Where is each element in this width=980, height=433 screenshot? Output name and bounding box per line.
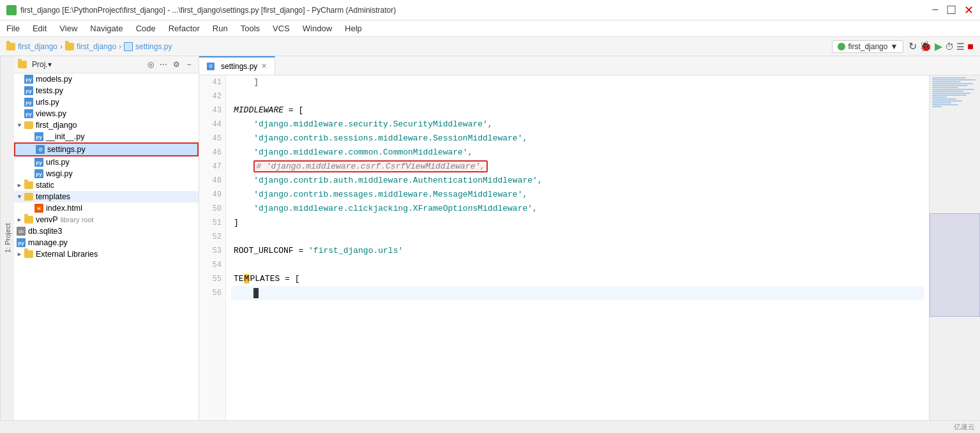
tree-item-settings-py[interactable]: ⚙ settings.py xyxy=(14,142,199,156)
tab-file-icon: ⚙ xyxy=(207,63,215,70)
menu-tools[interactable]: Tools xyxy=(234,22,266,34)
folder-icon-3 xyxy=(24,250,33,258)
tree-item-tests-py[interactable]: py tests.py xyxy=(14,85,199,96)
profile-icon[interactable]: ⏱ xyxy=(945,42,954,52)
code-content[interactable]: ​ ] MIDDLEWARE = [ 'django.middleware.se… xyxy=(226,75,929,420)
file-tree-header: Proj.▾ ◎ ⋯ ⚙ − xyxy=(14,56,199,73)
bc-item-1[interactable]: first_django xyxy=(18,42,57,51)
title-bar: first_django [E:\PythonProject\first_dja… xyxy=(0,0,980,20)
folder-icon xyxy=(24,181,33,189)
code-line-52 xyxy=(231,230,924,244)
py-icon: py xyxy=(17,238,26,247)
code-line-51: ] xyxy=(231,216,924,230)
tree-item-templates-folder[interactable]: ▼ templates xyxy=(14,191,199,202)
code-line-55: TEMPLATES = [ xyxy=(231,272,924,286)
close-button[interactable]: ✕ xyxy=(964,3,974,17)
minimap[interactable] xyxy=(929,75,980,420)
watermark-text: 亿速云 xyxy=(954,422,975,432)
tree-item-static-folder[interactable]: ► static xyxy=(14,179,199,191)
tree-item-db-sqlite3[interactable]: db db.sqlite3 xyxy=(14,225,199,237)
menu-bar: File Edit View Navigate Code Refactor Ru… xyxy=(0,20,980,37)
maximize-button[interactable]: ☐ xyxy=(946,3,956,17)
menu-file[interactable]: File xyxy=(0,22,26,34)
menu-refactor[interactable]: Refactor xyxy=(162,22,206,34)
code-line-48: 'django.contrib.auth.middleware.Authenti… xyxy=(231,174,924,188)
run-config[interactable]: first_django ▼ ↻ 🐞 ▶ ⏱ ☰ ■ xyxy=(832,40,974,53)
line-numbers: 41 42 43 44 45 46 47 48 49 50 51 52 53 5… xyxy=(199,75,226,420)
menu-edit[interactable]: Edit xyxy=(26,22,53,34)
code-line-44: 'django.middleware.security.SecurityMidd… xyxy=(231,118,924,132)
folder-open-icon xyxy=(24,121,33,129)
tree-close-icon[interactable]: − xyxy=(183,59,195,70)
html-icon: H xyxy=(34,204,43,213)
dropdown-arrow-icon: ▼ xyxy=(890,42,898,51)
settings-icon: ⚙ xyxy=(36,145,45,154)
py-icon: py xyxy=(34,169,43,178)
chevron-down-icon-2: ▼ xyxy=(17,194,22,200)
chevron-right-icon: ► xyxy=(17,182,22,188)
folder-open-icon-2 xyxy=(24,193,33,201)
editor-tabs: ⚙ settings.py ✕ xyxy=(199,56,980,75)
run-config-label: first_django xyxy=(848,42,887,51)
code-line-56 xyxy=(231,286,924,300)
menu-run[interactable]: Run xyxy=(206,22,234,34)
stop-icon[interactable]: ■ xyxy=(967,41,974,52)
minimize-button[interactable]: − xyxy=(931,3,939,17)
py-icon: py xyxy=(34,132,43,141)
code-line-50: 'django.middleware.clickjacking.XFrameOp… xyxy=(231,202,924,216)
bc-item-3[interactable]: settings.py xyxy=(135,42,172,51)
tree-item-first-django-folder[interactable]: ▼ first_django xyxy=(14,119,199,131)
tree-item-external-libraries[interactable]: ► External Libraries xyxy=(14,248,199,260)
project-folder-icon xyxy=(18,61,27,68)
tree-item-views-py[interactable]: py views.py xyxy=(14,108,199,119)
side-panel-label[interactable]: 1: Project xyxy=(0,56,14,420)
locate-icon[interactable]: ◎ xyxy=(145,59,156,70)
menu-navigate[interactable]: Navigate xyxy=(84,22,129,34)
menu-view[interactable]: View xyxy=(53,22,84,34)
py-icon: py xyxy=(24,86,33,95)
tree-item-wsgi-py[interactable]: py wsgi.py xyxy=(14,168,199,179)
tree-item-index-html[interactable]: H index.html xyxy=(14,202,199,214)
code-line-49: 'django.contrib.messages.middleware.Mess… xyxy=(231,188,924,202)
file-tree-panel: Proj.▾ ◎ ⋯ ⚙ − py models.py py tests.py … xyxy=(14,56,199,420)
tree-item-manage-py[interactable]: py manage.py xyxy=(14,237,199,248)
sync-icon[interactable]: ↻ xyxy=(908,40,917,52)
debug-icon[interactable]: 🐞 xyxy=(919,40,932,52)
bc-file-icon xyxy=(124,42,133,51)
minimap-viewport[interactable] xyxy=(930,213,980,317)
db-icon: db xyxy=(17,227,26,236)
menu-help[interactable]: Help xyxy=(338,22,368,34)
menu-window[interactable]: Window xyxy=(296,22,338,34)
folder-icon-2 xyxy=(24,216,33,224)
code-editor: ⚙ settings.py ✕ 41 42 43 44 45 46 47 48 … xyxy=(199,56,980,420)
collapse-all-icon[interactable]: ⋯ xyxy=(158,59,169,70)
coverage-icon[interactable]: ☰ xyxy=(956,42,965,52)
code-line-47: # 'django.middleware.csrf.CsrfViewMiddle… xyxy=(231,160,924,174)
menu-vcs[interactable]: VCS xyxy=(266,22,296,34)
code-line-42 xyxy=(231,89,924,103)
menu-code[interactable]: Code xyxy=(130,22,162,34)
text-cursor xyxy=(253,288,259,298)
run-icon-btn[interactable]: ▶ xyxy=(935,40,942,52)
project-title[interactable]: Proj.▾ xyxy=(32,60,52,69)
code-area[interactable]: 41 42 43 44 45 46 47 48 49 50 51 52 53 5… xyxy=(199,75,980,420)
tree-item-urls2-py[interactable]: py urls.py xyxy=(14,156,199,168)
tree-item-init-py[interactable]: py __init__.py xyxy=(14,131,199,142)
code-line-41: ​ ] xyxy=(231,75,924,89)
code-line-45: 'django.contrib.sessions.middleware.Sess… xyxy=(231,132,924,146)
bc-item-2[interactable]: first_django xyxy=(77,42,116,51)
run-config-dropdown[interactable]: first_django ▼ xyxy=(832,40,903,53)
tree-item-models-py[interactable]: py models.py xyxy=(14,73,199,85)
highlighted-code-box: # 'django.middleware.csrf.CsrfViewMiddle… xyxy=(253,160,488,172)
tree-item-urls-py[interactable]: py urls.py xyxy=(14,96,199,108)
code-line-46: 'django.middleware.common.CommonMiddlewa… xyxy=(231,146,924,160)
tab-settings-py[interactable]: ⚙ settings.py ✕ xyxy=(199,56,275,75)
bottom-bar: 亿速云 xyxy=(0,420,980,433)
title-text: first_django [E:\PythonProject\first_dja… xyxy=(20,6,396,15)
tree-settings-icon[interactable]: ⚙ xyxy=(170,59,182,70)
tab-close-button[interactable]: ✕ xyxy=(261,62,267,70)
tree-item-venvp-folder[interactable]: ► venvP library root xyxy=(14,214,199,225)
code-line-43: MIDDLEWARE = [ xyxy=(231,103,924,118)
chevron-right-icon-3: ► xyxy=(17,251,22,257)
chevron-down-icon: ▼ xyxy=(17,122,22,128)
